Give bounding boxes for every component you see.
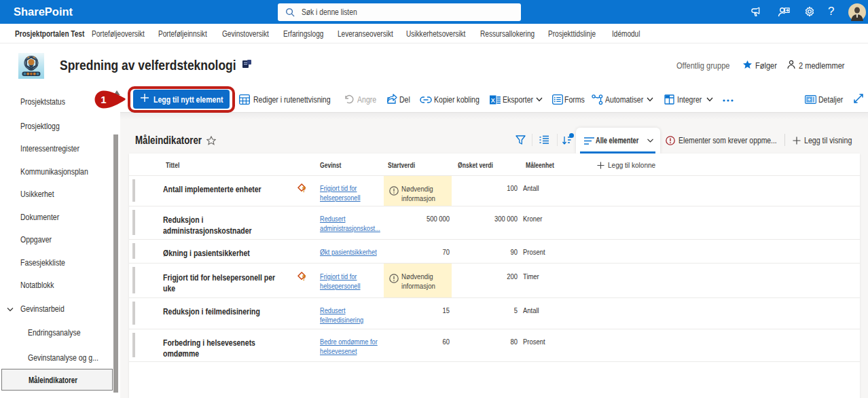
svg-text:1: 1 xyxy=(101,94,106,105)
svg-text:?: ? xyxy=(302,274,306,282)
svg-text:?: ? xyxy=(302,186,306,194)
svg-text:X: X xyxy=(491,97,495,104)
